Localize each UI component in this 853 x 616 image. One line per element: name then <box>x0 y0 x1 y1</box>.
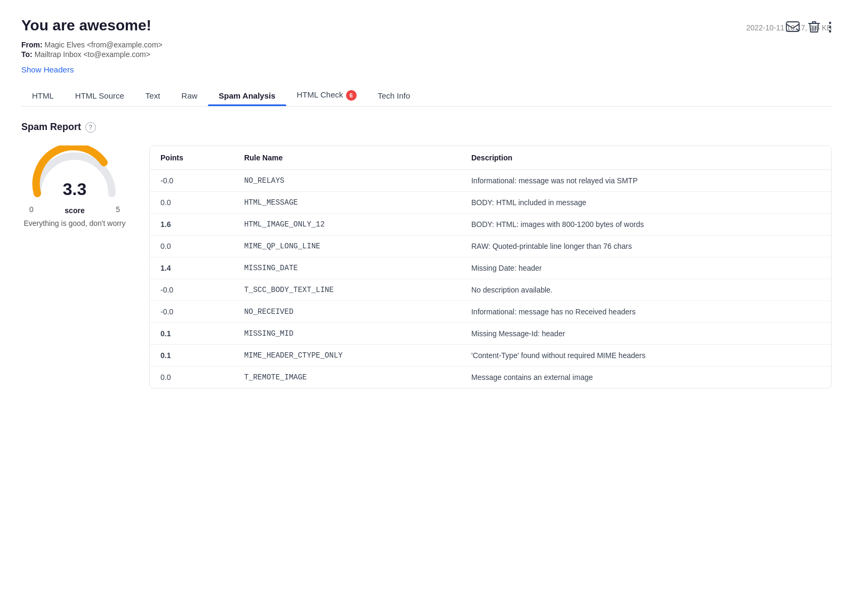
cell-rule-name: MISSING_DATE <box>234 257 461 279</box>
gauge-score: 3.3 <box>63 181 86 198</box>
gauge-label-row: 0 score 5 <box>29 205 120 215</box>
tab-raw[interactable]: Raw <box>171 86 208 106</box>
cell-points: -0.0 <box>150 279 234 301</box>
svg-point-5 <box>829 30 831 33</box>
col-description: Description <box>461 146 831 170</box>
spam-report-title: Spam Report ? <box>21 121 832 133</box>
gauge-number: 3.3 <box>63 181 86 198</box>
table-row: -0.0NO_RECEIVEDInformational: message ha… <box>150 301 831 323</box>
cell-description: Informational: message was not relayed v… <box>461 170 831 192</box>
cell-description: BODY: HTML: images with 800-1200 bytes o… <box>461 214 831 236</box>
content-area: 3.3 0 score 5 Everything is good, don't … <box>21 145 832 388</box>
gauge-min: 0 <box>29 205 34 215</box>
tab-spam-analysis[interactable]: Spam Analysis <box>208 86 286 106</box>
cell-rule-name: MIME_QP_LONG_LINE <box>234 236 461 257</box>
gauge-section: 3.3 0 score 5 Everything is good, don't … <box>21 145 128 228</box>
header-actions <box>786 20 832 36</box>
col-points: Points <box>150 146 234 170</box>
cell-rule-name: HTML_MESSAGE <box>234 192 461 214</box>
cell-points: 1.6 <box>150 214 234 236</box>
cell-points: 0.0 <box>150 192 234 214</box>
cell-description: BODY: HTML included in message <box>461 192 831 214</box>
email-meta: From: Magic Elves <from@example.com> 202… <box>21 40 832 59</box>
cell-description: Missing Message-Id: header <box>461 323 831 345</box>
to-label: To: <box>21 50 33 59</box>
svg-point-4 <box>829 26 831 28</box>
gauge-description: Everything is good, don't worry <box>24 219 126 228</box>
cell-points: 0.0 <box>150 236 234 257</box>
cell-points: -0.0 <box>150 301 234 323</box>
table-row: 1.4MISSING_DATEMissing Date: header <box>150 257 831 279</box>
cell-rule-name: MIME_HEADER_CTYPE_ONLY <box>234 345 461 367</box>
spam-table: Points Rule Name Description -0.0NO_RELA… <box>149 145 832 388</box>
cell-description: No description available. <box>461 279 831 301</box>
tab-text[interactable]: Text <box>135 86 171 106</box>
table-row: 0.0T_REMOTE_IMAGEMessage contains an ext… <box>150 367 831 388</box>
table-row: 0.1MIME_HEADER_CTYPE_ONLY'Content-Type' … <box>150 345 831 367</box>
forward-icon[interactable] <box>786 21 800 35</box>
table-row: 0.1MISSING_MIDMissing Message-Id: header <box>150 323 831 345</box>
cell-rule-name: T_REMOTE_IMAGE <box>234 367 461 388</box>
svg-point-6 <box>101 160 107 165</box>
table-row: -0.0NO_RELAYSInformational: message was … <box>150 170 831 192</box>
table-row: 0.0HTML_MESSAGEBODY: HTML included in me… <box>150 192 831 214</box>
cell-rule-name: NO_RECEIVED <box>234 301 461 323</box>
cell-rule-name: T_SCC_BODY_TEXT_LINE <box>234 279 461 301</box>
html-check-badge: 6 <box>346 90 357 101</box>
gauge-score-label: score <box>65 206 84 215</box>
cell-points: 1.4 <box>150 257 234 279</box>
cell-points: 0.0 <box>150 367 234 388</box>
table-row: -0.0T_SCC_BODY_TEXT_LINENo description a… <box>150 279 831 301</box>
gauge-max: 5 <box>116 205 120 215</box>
cell-points: 0.1 <box>150 323 234 345</box>
tabs-row: HTML HTML Source Text Raw Spam Analysis … <box>21 85 832 107</box>
help-icon[interactable]: ? <box>85 122 96 133</box>
cell-description: 'Content-Type' found without required MI… <box>461 345 831 367</box>
cell-description: RAW: Quoted-printable line longer than 7… <box>461 236 831 257</box>
cell-points: 0.1 <box>150 345 234 367</box>
email-title: You are awesome! <box>21 17 151 34</box>
svg-point-3 <box>829 22 831 24</box>
tab-html-source[interactable]: HTML Source <box>65 86 135 106</box>
more-options-icon[interactable] <box>828 21 832 36</box>
cell-rule-name: MISSING_MID <box>234 323 461 345</box>
cell-description: Informational: message has no Received h… <box>461 301 831 323</box>
cell-rule-name: NO_RELAYS <box>234 170 461 192</box>
table-row: 0.0MIME_QP_LONG_LINERAW: Quoted-printabl… <box>150 236 831 257</box>
tab-html[interactable]: HTML <box>21 86 65 106</box>
col-rule-name: Rule Name <box>234 146 461 170</box>
cell-points: -0.0 <box>150 170 234 192</box>
show-headers-link[interactable]: Show Headers <box>21 65 74 74</box>
to-value: Mailtrap Inbox <to@example.com> <box>35 50 150 59</box>
cell-description: Message contains an external image <box>461 367 831 388</box>
gauge-container: 3.3 <box>27 145 123 199</box>
from-value: Magic Elves <from@example.com> <box>45 40 163 49</box>
delete-icon[interactable] <box>808 20 820 36</box>
tab-html-check[interactable]: HTML Check6 <box>286 85 367 106</box>
from-label: From: <box>21 40 43 49</box>
tab-tech-info[interactable]: Tech Info <box>367 86 421 106</box>
cell-description: Missing Date: header <box>461 257 831 279</box>
cell-rule-name: HTML_IMAGE_ONLY_12 <box>234 214 461 236</box>
table-row: 1.6HTML_IMAGE_ONLY_12BODY: HTML: images … <box>150 214 831 236</box>
